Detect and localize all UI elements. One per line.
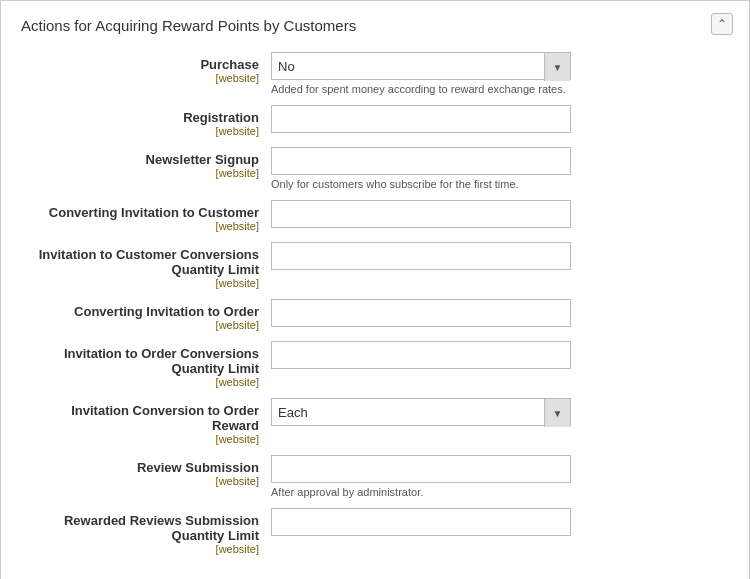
select-wrapper-purchase: NoYes▼ [271,52,571,80]
field-col-review-submission: After approval by administrator. [271,455,729,498]
label-main-invitation-to-customer-conversions-quantity-limit: Invitation to Customer Conversions Quant… [21,247,259,277]
field-col-invitation-to-customer-conversions-quantity-limit [271,242,729,270]
label-main-invitation-to-order-conversions-quantity-limit: Invitation to Order Conversions Quantity… [21,346,259,376]
label-main-review-submission: Review Submission [21,460,259,475]
label-sub-registration: [website] [21,125,259,137]
input-converting-invitation-to-customer[interactable] [271,200,571,228]
collapse-button[interactable]: ⌃ [711,13,733,35]
label-col-converting-invitation-to-customer: Converting Invitation to Customer[websit… [21,200,271,232]
hint-purchase: Added for spent money according to rewar… [271,83,729,95]
form-area: Purchase[website]NoYes▼Added for spent m… [21,52,729,555]
label-sub-converting-invitation-to-order: [website] [21,319,259,331]
field-col-invitation-to-order-conversions-quantity-limit [271,341,729,369]
input-review-submission[interactable] [271,455,571,483]
field-col-purchase: NoYes▼Added for spent money according to… [271,52,729,95]
page-container: Actions for Acquiring Reward Points by C… [0,0,750,579]
field-col-registration [271,105,729,133]
input-newsletter-signup[interactable] [271,147,571,175]
form-row-invitation-conversion-to-order-reward: Invitation Conversion to Order Reward[we… [21,398,729,445]
form-row-invitation-to-order-conversions-quantity-limit: Invitation to Order Conversions Quantity… [21,341,729,388]
page-title: Actions for Acquiring Reward Points by C… [21,17,729,34]
hint-newsletter-signup: Only for customers who subscribe for the… [271,178,729,190]
label-sub-invitation-conversion-to-order-reward: [website] [21,433,259,445]
form-row-registration: Registration[website] [21,105,729,137]
select-wrapper-invitation-conversion-to-order-reward: EachFirst▼ [271,398,571,426]
form-row-converting-invitation-to-order: Converting Invitation to Order[website] [21,299,729,331]
label-main-newsletter-signup: Newsletter Signup [21,152,259,167]
field-col-converting-invitation-to-customer [271,200,729,228]
form-row-invitation-to-customer-conversions-quantity-limit: Invitation to Customer Conversions Quant… [21,242,729,289]
select-purchase[interactable]: NoYes [272,53,570,79]
label-sub-purchase: [website] [21,72,259,84]
input-registration[interactable] [271,105,571,133]
form-row-newsletter-signup: Newsletter Signup[website]Only for custo… [21,147,729,190]
label-main-converting-invitation-to-order: Converting Invitation to Order [21,304,259,319]
input-invitation-to-customer-conversions-quantity-limit[interactable] [271,242,571,270]
form-row-converting-invitation-to-customer: Converting Invitation to Customer[websit… [21,200,729,232]
label-main-invitation-conversion-to-order-reward: Invitation Conversion to Order Reward [21,403,259,433]
input-invitation-to-order-conversions-quantity-limit[interactable] [271,341,571,369]
input-converting-invitation-to-order[interactable] [271,299,571,327]
form-row-review-submission: Review Submission[website]After approval… [21,455,729,498]
label-main-purchase: Purchase [21,57,259,72]
label-sub-review-submission: [website] [21,475,259,487]
label-col-invitation-to-customer-conversions-quantity-limit: Invitation to Customer Conversions Quant… [21,242,271,289]
label-col-invitation-to-order-conversions-quantity-limit: Invitation to Order Conversions Quantity… [21,341,271,388]
label-col-invitation-conversion-to-order-reward: Invitation Conversion to Order Reward[we… [21,398,271,445]
label-main-converting-invitation-to-customer: Converting Invitation to Customer [21,205,259,220]
label-col-review-submission: Review Submission[website] [21,455,271,487]
input-rewarded-reviews-submission-quantity-limit[interactable] [271,508,571,536]
label-col-newsletter-signup: Newsletter Signup[website] [21,147,271,179]
label-sub-rewarded-reviews-submission-quantity-limit: [website] [21,543,259,555]
label-col-rewarded-reviews-submission-quantity-limit: Rewarded Reviews Submission Quantity Lim… [21,508,271,555]
field-col-rewarded-reviews-submission-quantity-limit [271,508,729,536]
select-invitation-conversion-to-order-reward[interactable]: EachFirst [272,399,570,425]
label-col-registration: Registration[website] [21,105,271,137]
label-sub-invitation-to-order-conversions-quantity-limit: [website] [21,376,259,388]
label-sub-converting-invitation-to-customer: [website] [21,220,259,232]
form-row-purchase: Purchase[website]NoYes▼Added for spent m… [21,52,729,95]
label-main-registration: Registration [21,110,259,125]
field-col-newsletter-signup: Only for customers who subscribe for the… [271,147,729,190]
field-col-invitation-conversion-to-order-reward: EachFirst▼ [271,398,729,426]
hint-review-submission: After approval by administrator. [271,486,729,498]
label-col-purchase: Purchase[website] [21,52,271,84]
form-row-rewarded-reviews-submission-quantity-limit: Rewarded Reviews Submission Quantity Lim… [21,508,729,555]
label-col-converting-invitation-to-order: Converting Invitation to Order[website] [21,299,271,331]
label-sub-invitation-to-customer-conversions-quantity-limit: [website] [21,277,259,289]
field-col-converting-invitation-to-order [271,299,729,327]
label-sub-newsletter-signup: [website] [21,167,259,179]
label-main-rewarded-reviews-submission-quantity-limit: Rewarded Reviews Submission Quantity Lim… [21,513,259,543]
